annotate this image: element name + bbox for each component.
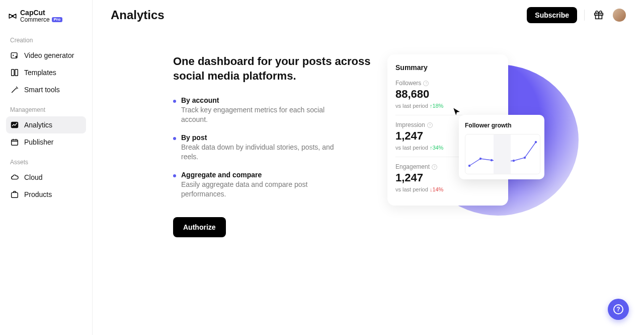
capcut-logo-icon [8,12,17,21]
svg-rect-1 [12,70,14,76]
section-label-assets: Assets [6,156,86,169]
metric-value: 88,680 [395,88,500,101]
smart-tools-icon [10,85,19,94]
info-icon: ? [427,122,433,128]
sidebar-item-analytics[interactable]: Analytics [6,116,86,133]
svg-rect-5 [12,193,18,198]
sidebar-item-cloud[interactable]: Cloud [6,169,86,186]
sidebar-item-label: Products [24,190,52,198]
pro-badge: Pro [52,17,62,22]
avatar[interactable] [613,9,626,22]
subscribe-button[interactable]: Subscribe [527,7,577,23]
bullet-desc: Break data down by individual stories, p… [181,143,342,162]
compare-prefix: vs last period [395,103,428,109]
sidebar-item-label: Templates [24,69,56,77]
bullet-title: Aggregate and compare [181,171,342,179]
sidebar-item-label: Smart tools [24,86,60,94]
metric-label: Followers [395,80,421,87]
main: Analytics Subscribe One dashboard for yo… [93,0,644,335]
help-fab[interactable]: ? [608,299,629,320]
bullet-desc: Easily aggregate data and compare post p… [181,180,342,199]
video-generator-icon [10,51,19,60]
svg-point-14 [535,141,537,143]
bullet-desc: Track key engagement metrics for each so… [181,105,342,124]
svg-point-8 [468,165,470,167]
authorize-button[interactable]: Authorize [173,217,226,237]
brand-line1: CapCut [20,9,62,17]
cursor-pointer-icon [452,107,462,119]
sidebar-item-publisher[interactable]: Publisher [6,133,86,151]
sidebar-item-smart-tools[interactable]: Smart tools [6,81,86,98]
growth-card: Follower growth [459,115,544,179]
metric-change: ↓14% [430,186,444,192]
section-label-management: Management [6,103,86,116]
sidebar-item-label: Video generator [24,51,74,59]
svg-point-12 [513,160,515,162]
svg-point-10 [491,159,493,161]
growth-title: Follower growth [465,122,539,129]
bullet-dot-icon [173,137,176,140]
sidebar-item-video-generator[interactable]: Video generator [6,47,86,64]
bullet-dot-icon [173,174,176,177]
metric-label: Engagement [395,163,430,170]
hero-text: One dashboard for your posts across soci… [173,54,372,237]
publisher-icon [10,138,19,147]
compare-prefix: vs last period [395,145,428,151]
help-icon: ? [613,304,623,314]
compare-prefix: vs last period [395,186,428,192]
brand-logo[interactable]: CapCut Commerce Pro [6,9,86,23]
divider [584,10,585,21]
summary-title: Summary [395,63,500,72]
svg-rect-2 [15,70,18,76]
bullet-title: By account [181,96,342,104]
brand-line2: Commerce [20,17,50,23]
svg-rect-4 [12,140,18,146]
info-icon: ? [423,81,429,86]
sidebar-item-label: Analytics [24,121,52,129]
cloud-icon [10,173,19,182]
sidebar-item-label: Cloud [24,173,43,181]
metric-followers: Followers ? 88,680 vs last period ↑18% [395,80,500,115]
bullet-dot-icon [173,100,176,103]
products-icon [10,190,19,199]
section-label-creation: Creation [6,34,86,47]
sidebar: CapCut Commerce Pro Creation Video gener… [0,0,93,335]
gift-icon[interactable] [592,8,606,22]
sidebar-item-label: Publisher [24,138,53,146]
templates-icon [10,68,19,77]
metric-label: Impression [395,121,425,128]
growth-chart [465,134,540,174]
bullet-title: By post [181,133,342,142]
svg-point-13 [524,157,526,159]
page-title: Analytics [111,8,165,22]
hero-heading: One dashboard for your posts across soci… [173,54,372,83]
bullet-by-post: By post Break data down by individual st… [173,133,372,162]
bullet-by-account: By account Track key engagement metrics … [173,96,372,124]
metric-change: ↑34% [430,145,444,151]
preview-illustration: Summary Followers ? 88,680 vs last perio… [387,54,599,246]
sidebar-item-products[interactable]: Products [6,186,86,203]
topbar: Analytics Subscribe [111,0,626,30]
info-icon: ? [432,164,437,170]
chart-highlight-band [494,135,511,174]
analytics-icon [10,120,19,129]
svg-point-9 [479,158,481,160]
bullet-aggregate: Aggregate and compare Easily aggregate d… [173,171,372,199]
sidebar-item-templates[interactable]: Templates [6,64,86,81]
metric-change: ↑18% [430,103,444,109]
